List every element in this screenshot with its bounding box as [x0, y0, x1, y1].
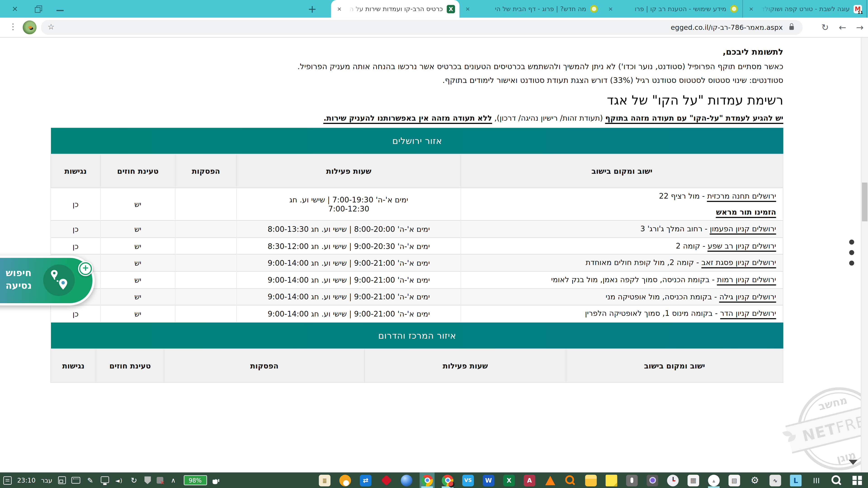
- browser-tab[interactable]: M11עוגה לשבת - טורט קפה ושוקולד✕: [743, 0, 867, 18]
- trip-search-button[interactable]: חיפושנסיעה +: [0, 256, 95, 305]
- pen-icon[interactable]: [86, 476, 95, 485]
- station-link[interactable]: ירושלים קניון רמות: [717, 275, 776, 286]
- taskbar-app-chrome-secondary[interactable]: [440, 473, 455, 488]
- scrollbar-thumb[interactable]: [862, 183, 867, 221]
- taskbar-app-quick-settings[interactable]: ☰: [809, 473, 824, 488]
- window-restore-icon[interactable]: [35, 5, 41, 12]
- forward-icon[interactable]: →: [856, 22, 864, 33]
- tab-close-icon[interactable]: ✕: [464, 6, 471, 12]
- taskbar-app-search-orange[interactable]: [563, 473, 578, 488]
- scroll-down-arrow[interactable]: [848, 460, 857, 465]
- taskbar-clock[interactable]: 23:10: [17, 477, 35, 484]
- browser-tab[interactable]: מידע שימושי - הטענת רב קו | פרו✕: [602, 0, 743, 18]
- stations-table: ישוב ומקום בישובשעות פעילותהפסקותטעינת ח…: [51, 348, 783, 383]
- blocked-icon[interactable]: [156, 477, 163, 484]
- taskbar-app-diamond-app[interactable]: [379, 473, 394, 488]
- browser-tab[interactable]: Xכרטיס הרב-קו ועמדות שירות על ה✕: [331, 0, 459, 18]
- taskbar-app-photos[interactable]: ▴: [706, 473, 721, 488]
- new-tab-button[interactable]: +: [305, 2, 319, 17]
- taskbar-app-resource-monitor[interactable]: ∿: [768, 473, 783, 488]
- l-app-icon: L: [790, 475, 802, 486]
- taskbar-app-windows-start[interactable]: [850, 473, 865, 488]
- search-icon: [831, 475, 842, 486]
- taskbar-app-vscode[interactable]: VS: [461, 473, 475, 488]
- hours-text: ימים א'-ה' 8:00-20:00 | שישי וע. חג 8:00…: [240, 225, 457, 233]
- taskbar-app-vlc[interactable]: [542, 473, 557, 488]
- contracts-cell: יש: [100, 188, 175, 221]
- station-link[interactable]: ירושלים קניון גילה: [719, 292, 776, 302]
- sticky-notes-icon: [606, 475, 617, 486]
- warning-bold-2: ללא תעודה מזהה אין באפשרותנו להעניק שירו…: [323, 113, 492, 124]
- language-indicator[interactable]: עבר: [41, 477, 53, 484]
- taskbar-app-l-app[interactable]: L: [788, 473, 803, 488]
- column-header: נגישות: [51, 349, 96, 382]
- taskbar-app-word[interactable]: W: [481, 473, 496, 488]
- bookmark-star-icon[interactable]: ☆: [48, 22, 55, 31]
- notification-center-icon[interactable]: [3, 476, 12, 484]
- scrollbar-track[interactable]: [861, 37, 868, 473]
- station-link[interactable]: ירושלים קניון פסגת זאב: [702, 258, 776, 269]
- taskbar-app-excel[interactable]: X: [502, 473, 517, 488]
- taskbar-app-search[interactable]: [829, 473, 844, 488]
- taskbar-app-snip-sketch[interactable]: ▧: [727, 473, 742, 488]
- url-text[interactable]: egged.co.il/מאמר-786-רב-קו.aspx: [671, 23, 783, 32]
- tab-close-icon[interactable]: ✕: [607, 6, 614, 12]
- table-row: ירושלים קניון הדר - בקומה מינוס 1, סמוך …: [51, 305, 783, 322]
- location-line: ירושלים קניון גילה - בקומת הכניסה, מול א…: [465, 291, 776, 303]
- taskbar-app-calculator[interactable]: ▦: [686, 473, 701, 488]
- station-link[interactable]: ירושלים תחנה מרכזית: [707, 191, 776, 202]
- hours-cell: ימים א'-ה' 9:00-21:00 | שישי וע. חג 9:00…: [237, 288, 461, 305]
- taskbar-app-otzar[interactable]: [338, 473, 352, 488]
- chevron-icon[interactable]: [168, 476, 178, 485]
- page-nav-dots[interactable]: [849, 239, 854, 271]
- taskbar-app-file-explorer[interactable]: [583, 473, 598, 488]
- location-line: ירושלים קניון הדר - בקומה מינוס 1, סמוך …: [465, 308, 776, 320]
- settings-icon: ⚙: [749, 475, 761, 486]
- id-warning-line: יש להגיע לעמדת "על-הקו" עם תעודה מזהה בת…: [51, 113, 783, 122]
- station-link[interactable]: ירושלים קניון הפעמון: [710, 224, 776, 235]
- voice-recorder-icon: [626, 475, 638, 486]
- breaks-cell: [175, 288, 237, 305]
- hours-cell: ימים א'-ה' 8:00-20:00 | שישי וע. חג 8:00…: [237, 221, 461, 237]
- taskbar-app-docs-search[interactable]: ≣: [317, 473, 332, 488]
- taskbar-app-access[interactable]: A: [522, 473, 537, 488]
- taskbar-app-alarms-clock[interactable]: [665, 473, 680, 488]
- battery-indicator[interactable]: 98%: [184, 475, 207, 485]
- back-icon[interactable]: ←: [839, 22, 846, 33]
- taskbar-app-voice-recorder[interactable]: [624, 473, 639, 488]
- address-bar[interactable]: ☆ egged.co.il/מאמר-786-רב-קו.aspx: [41, 20, 803, 35]
- sync-icon[interactable]: [129, 476, 139, 485]
- taskbar-app-settings[interactable]: ⚙: [747, 473, 762, 488]
- taskbar-app-camera[interactable]: [645, 473, 660, 488]
- station-link[interactable]: ירושלים קניון רב שפע: [708, 241, 776, 252]
- shield-icon[interactable]: [144, 477, 151, 484]
- taskbar-app-sticky-notes[interactable]: [604, 473, 619, 488]
- browser-menu-icon[interactable]: ⋮: [9, 22, 17, 32]
- appointment-link[interactable]: הזמינו תור מראש: [716, 207, 776, 218]
- diamond-app-icon: [381, 475, 392, 486]
- access-cell: כן: [51, 237, 100, 254]
- taskbar-app-chrome-active[interactable]: [420, 473, 434, 488]
- station-link[interactable]: ירושלים קניון הדר: [720, 309, 776, 320]
- taskbar-app-sphere-app[interactable]: [399, 473, 414, 488]
- add-icon[interactable]: +: [78, 261, 93, 276]
- tab-close-icon[interactable]: ✕: [747, 6, 755, 12]
- camera-icon: [647, 475, 658, 486]
- location-detail: - מול רציף 22: [659, 191, 707, 200]
- column-header: טעינת חוזים: [100, 154, 175, 188]
- breaks-cell: [175, 188, 237, 221]
- profile-avatar[interactable]: [23, 21, 36, 34]
- tab-close-icon[interactable]: ✕: [336, 6, 343, 12]
- window-close-icon[interactable]: ✕: [10, 5, 20, 13]
- taskbar-app-teamviewer[interactable]: ⇄: [358, 473, 373, 488]
- secure-lock-icon[interactable]: [789, 26, 794, 30]
- reload-icon[interactable]: ↻: [822, 22, 829, 33]
- keyboard-icon[interactable]: [71, 477, 80, 484]
- location-line: ירושלים קניון רב שפע - קומה 2: [465, 240, 776, 252]
- browser-tab[interactable]: מה חדש? | פרוג - דף הבית של הי✕: [460, 0, 602, 18]
- display-icon[interactable]: [100, 476, 109, 483]
- window-minimize-icon[interactable]: [57, 10, 64, 11]
- volume-icon[interactable]: [114, 476, 124, 485]
- touch-select-icon[interactable]: [58, 477, 66, 484]
- tab-title: מה חדש? | פרוג - דף הבית של הי: [475, 5, 586, 13]
